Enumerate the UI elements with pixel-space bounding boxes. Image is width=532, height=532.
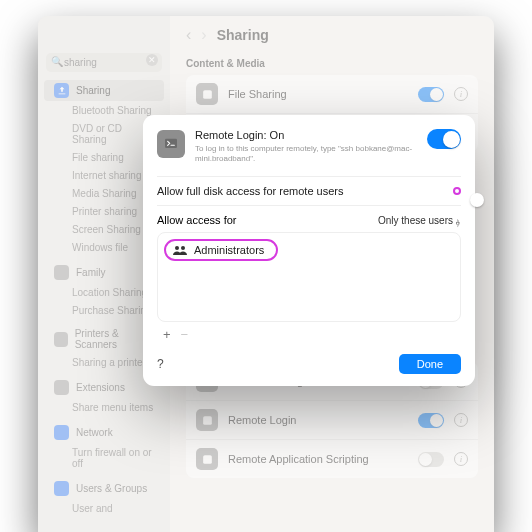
remote-login-modal: Remote Login: On To log in to this compu… [143, 115, 475, 386]
svg-point-7 [181, 246, 185, 250]
user-list: Administrators [157, 232, 461, 322]
svg-point-6 [175, 246, 179, 250]
add-user-button[interactable]: + [163, 327, 171, 342]
highlight-ring [453, 187, 461, 195]
user-administrators[interactable]: Administrators [164, 239, 278, 261]
users-icon [172, 244, 188, 256]
modal-title: Remote Login: On [195, 129, 417, 141]
access-select[interactable]: Only these users [378, 215, 461, 226]
help-button[interactable]: ? [157, 357, 164, 371]
modal-subtitle: To log in to this computer remotely, typ… [195, 144, 417, 164]
full-disk-label: Allow full disk access for remote users [157, 185, 343, 197]
terminal-icon [157, 130, 185, 158]
svg-rect-5 [165, 139, 177, 148]
done-button[interactable]: Done [399, 354, 461, 374]
access-label: Allow access for [157, 214, 236, 226]
remote-login-toggle[interactable] [427, 129, 461, 149]
remove-user-button[interactable]: − [181, 327, 189, 342]
